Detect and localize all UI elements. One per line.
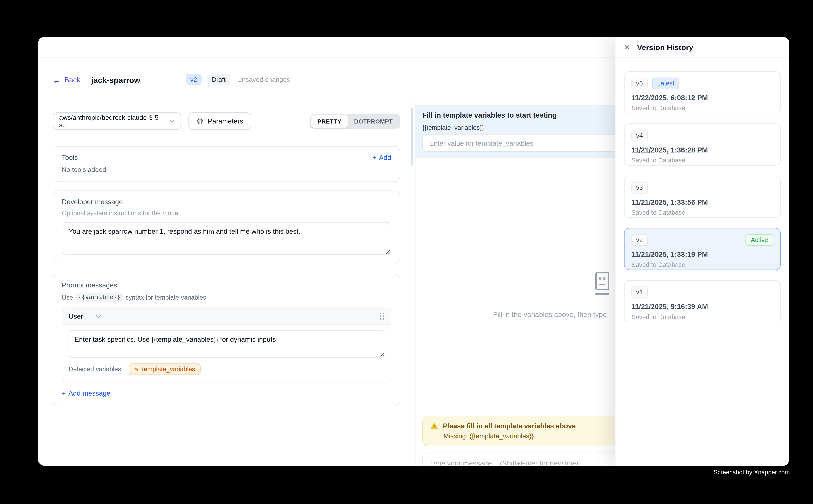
prompt-message-body: Enter task specifics. Use {{template_var… xyxy=(62,325,391,358)
robot-icon xyxy=(591,272,613,298)
template-variable-chip[interactable]: ✎ template_variables xyxy=(128,364,200,375)
editor-pane: aws/anthropic/bedrock-claude-3-5-s... ⚙ … xyxy=(38,102,416,465)
draft-badge: Draft xyxy=(207,74,231,85)
developer-message-card: Developer message Optional system instru… xyxy=(53,190,400,263)
plus-icon: + xyxy=(62,389,66,397)
variable-syntax-chip: {{variable}} xyxy=(76,293,123,302)
version-chip: v2 xyxy=(632,234,648,246)
prompt-message-header: User xyxy=(62,308,391,325)
close-icon[interactable]: ✕ xyxy=(624,44,630,51)
prompt-messages-card: Prompt messages Use {{variable}} syntax … xyxy=(53,274,400,406)
view-mode-toggle: PRETTY DOTPROMPT xyxy=(310,114,400,128)
template-variable-name: template_variables xyxy=(142,366,195,373)
parameters-label: Parameters xyxy=(208,117,243,125)
toggle-pretty[interactable]: PRETTY xyxy=(311,115,348,127)
page-title: jack-sparrow xyxy=(91,75,140,84)
version-history-drawer: ✕ Version History v5 Latest 11/22/2025, … xyxy=(615,37,789,466)
version-timestamp: 11/21/2025, 1:33:19 PM xyxy=(632,251,773,258)
role-select-value: User xyxy=(68,312,83,320)
parameters-button[interactable]: ⚙ Parameters xyxy=(188,112,251,130)
developer-message-textarea[interactable]: You are jack sparrow number 1, respond a… xyxy=(62,222,391,255)
version-chip: v4 xyxy=(632,130,648,141)
version-chip: v5 xyxy=(632,78,648,89)
version-status: Saved to Database xyxy=(632,157,773,164)
app-window: ← Back jack-sparrow v2 Draft Unsaved cha… xyxy=(38,37,789,466)
developer-message-hint: Optional system instructions for the mod… xyxy=(62,209,391,217)
tools-card: Tools + Add No tools added xyxy=(53,146,400,182)
role-select[interactable]: User xyxy=(68,312,101,320)
prompt-messages-hint: Use {{variable}} syntax for template var… xyxy=(62,293,391,302)
version-status: Saved to Database xyxy=(632,261,773,268)
version-card[interactable]: v2 Active 11/21/2025, 1:33:19 PM Saved t… xyxy=(624,228,781,270)
prompt-message-textarea[interactable]: Enter task specifics. Use {{template_var… xyxy=(68,330,385,358)
version-card[interactable]: v4 11/21/2025, 1:36:28 PM Saved to Datab… xyxy=(624,124,781,166)
back-button[interactable]: ← Back xyxy=(53,76,80,84)
watermark-text: Screenshot by Xnapper.com xyxy=(713,469,790,475)
screenshot-stage: ← Back jack-sparrow v2 Draft Unsaved cha… xyxy=(0,0,813,504)
hint-prefix: Use xyxy=(62,294,73,301)
model-select-value: aws/anthropic/bedrock-claude-3-5-s... xyxy=(59,114,169,128)
version-card[interactable]: v5 Latest 11/22/2025, 6:08:12 PM Saved t… xyxy=(624,71,781,114)
version-chip: v1 xyxy=(632,286,648,298)
warning-title: Please fill in all template variables ab… xyxy=(443,422,575,430)
unsaved-changes-text: Unsaved changes xyxy=(237,76,290,83)
developer-message-label: Developer message xyxy=(62,198,391,206)
version-card[interactable]: v1 11/21/2025, 9:16:39 AM Saved to Datab… xyxy=(624,280,781,322)
toggle-dotprompt[interactable]: DOTPROMPT xyxy=(348,115,399,127)
version-status: Saved to Database xyxy=(632,104,773,112)
scrollbar-thumb[interactable] xyxy=(411,108,413,166)
pencil-icon: ✎ xyxy=(134,366,139,372)
version-card[interactable]: v3 11/21/2025, 1:33:56 PM Saved to Datab… xyxy=(624,176,781,218)
add-message-label: Add message xyxy=(68,389,110,397)
version-state-badge: Latest xyxy=(652,78,680,89)
prompt-messages-label: Prompt messages xyxy=(62,281,391,289)
model-select[interactable]: aws/anthropic/bedrock-claude-3-5-s... xyxy=(53,112,181,130)
version-timestamp: 11/21/2025, 1:36:28 PM xyxy=(632,146,773,154)
version-history-header: ✕ Version History xyxy=(616,37,789,58)
version-timestamp: 11/21/2025, 9:16:39 AM xyxy=(632,303,773,311)
gear-icon: ⚙ xyxy=(196,117,204,125)
version-list: v5 Latest 11/22/2025, 6:08:12 PM Saved t… xyxy=(616,58,789,322)
detected-variables-label: Detected variables: xyxy=(68,366,123,373)
add-tool-label: Add xyxy=(379,153,391,161)
plus-icon: + xyxy=(372,153,376,161)
tools-label: Tools xyxy=(62,153,78,161)
version-status: Saved to Database xyxy=(632,209,773,216)
back-arrow-icon: ← xyxy=(53,76,61,84)
back-label: Back xyxy=(64,76,80,84)
chevron-down-icon xyxy=(169,119,174,123)
version-status: Saved to Database xyxy=(632,313,773,321)
version-chip: v3 xyxy=(632,182,648,194)
add-tool-button[interactable]: + Add xyxy=(372,153,391,161)
empty-state-text: Fill in the variables above, then type xyxy=(493,311,607,319)
detected-variables-row: Detected variables: ✎ template_variables xyxy=(62,358,391,382)
version-badge: v2 xyxy=(185,74,202,85)
drag-handle-icon[interactable] xyxy=(380,313,384,320)
prompt-message-block: User Enter task specifics. Use {{templat… xyxy=(62,308,391,383)
version-state-badge: Active xyxy=(746,234,773,246)
chevron-down-icon xyxy=(96,314,101,318)
tools-empty-text: No tools added xyxy=(62,166,391,174)
version-history-title: Version History xyxy=(637,43,693,52)
hint-suffix: syntax for template variables xyxy=(126,294,206,301)
version-timestamp: 11/22/2025, 6:08:12 PM xyxy=(632,94,773,102)
model-row: aws/anthropic/bedrock-claude-3-5-s... ⚙ … xyxy=(53,112,400,130)
version-timestamp: 11/21/2025, 1:33:56 PM xyxy=(632,198,773,206)
warning-icon xyxy=(430,423,438,429)
add-message-button[interactable]: + Add message xyxy=(62,389,110,397)
